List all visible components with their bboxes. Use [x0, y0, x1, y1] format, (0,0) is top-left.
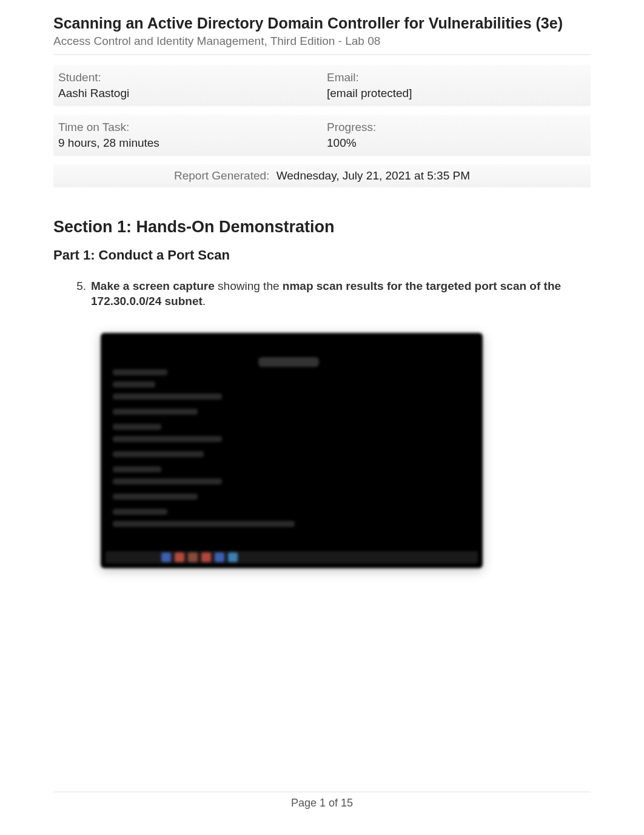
taskbar-icon-1: [161, 552, 171, 562]
report-label: Report Generated:: [174, 169, 269, 182]
time-label: Time on Task:: [58, 121, 317, 134]
progress-label: Progress:: [327, 121, 586, 134]
email-col: Email: [email protected]: [322, 71, 591, 100]
page-title: Scanning an Active Directory Domain Cont…: [53, 15, 591, 32]
step-item: 5. Make a screen capture showing the nma…: [74, 279, 591, 309]
task-info-row: Time on Task: 9 hours, 28 minutes Progre…: [53, 115, 591, 156]
progress-col: Progress: 100%: [322, 121, 591, 150]
student-label: Student:: [58, 71, 317, 84]
part-title: Part 1: Conduct a Port Scan: [53, 247, 591, 263]
taskbar-icon-6: [228, 552, 238, 562]
step-number: 5.: [74, 279, 91, 309]
report-generated-row: Report Generated: Wednesday, July 21, 20…: [53, 164, 591, 187]
email-value: [email protected]: [327, 87, 586, 100]
taskbar-icon-4: [201, 552, 211, 562]
email-label: Email:: [327, 71, 586, 84]
step-body: Make a screen capture showing the nmap s…: [91, 279, 591, 309]
terminal-screenshot: [101, 333, 483, 568]
progress-value: 100%: [327, 136, 586, 150]
page-footer: Page 1 of 15: [0, 797, 644, 810]
taskbar-icon-3: [188, 552, 198, 562]
student-value: Aashi Rastogi: [58, 87, 317, 100]
header-divider: [53, 54, 591, 55]
taskbar-icon-2: [175, 552, 184, 562]
footer-divider: [53, 791, 591, 793]
screenshot-container: [101, 333, 591, 568]
time-col: Time on Task: 9 hours, 28 minutes: [53, 121, 322, 150]
student-info-row: Student: Aashi Rastogi Email: [email pro…: [53, 65, 591, 106]
taskbar-icon-5: [215, 552, 224, 562]
page-subtitle: Access Control and Identity Management, …: [53, 35, 591, 48]
section-title: Section 1: Hands-On Demonstration: [53, 218, 591, 236]
step-text-end: .: [203, 295, 206, 307]
step-text-mid: showing the: [215, 280, 283, 292]
document-page: Scanning an Active Directory Domain Cont…: [0, 0, 644, 835]
time-value: 9 hours, 28 minutes: [58, 136, 317, 150]
report-value: Wednesday, July 21, 2021 at 5:35 PM: [277, 169, 470, 182]
student-col: Student: Aashi Rastogi: [53, 71, 322, 100]
page-header: Scanning an Active Directory Domain Cont…: [53, 15, 591, 48]
step-text-bold-1: Make a screen capture: [91, 280, 215, 292]
terminal-header-blob: [258, 357, 319, 367]
